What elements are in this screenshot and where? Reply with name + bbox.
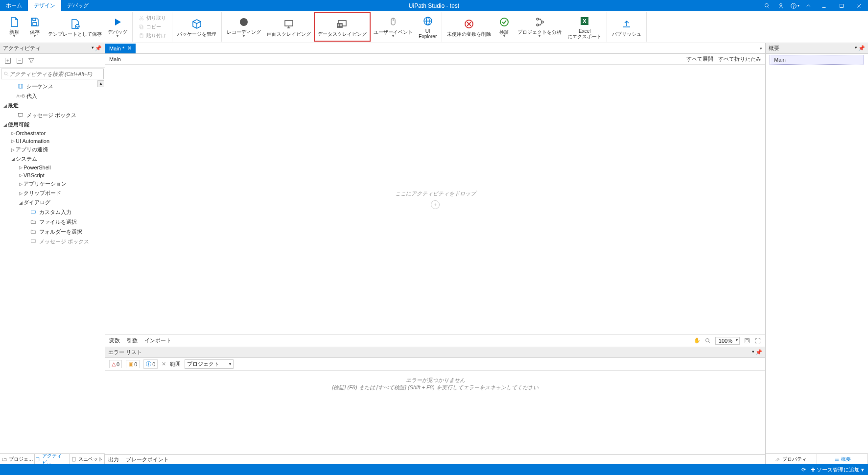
tree-item-selectfile[interactable]: ファイルを選択 bbox=[0, 217, 105, 227]
tree-group-application[interactable]: ▷アプリケーション bbox=[0, 179, 105, 189]
help-icon[interactable]: ▾ bbox=[788, 0, 801, 11]
export-excel-button[interactable]: XExcel にエクスポート bbox=[564, 12, 605, 42]
tab-project[interactable]: プロジェ… bbox=[0, 454, 35, 464]
no-errors-text: エラーが見つかりません bbox=[406, 377, 465, 384]
breakpoints-tab[interactable]: ブレークポイント bbox=[126, 456, 169, 463]
add-source-control[interactable]: ✚ ソース管理に追加 ▾ bbox=[811, 466, 864, 474]
close-tab-icon[interactable]: ✕ bbox=[127, 45, 132, 51]
info-count[interactable]: ⓘ0 bbox=[143, 359, 158, 369]
tree-item-assign[interactable]: A=B代入 bbox=[0, 91, 105, 101]
input-icon bbox=[29, 208, 37, 216]
pin-icon[interactable]: 📌 bbox=[95, 45, 102, 51]
pin-icon[interactable]: 📌 bbox=[858, 45, 865, 51]
analyze-button[interactable]: プロジェクトを分析▾ bbox=[515, 12, 564, 42]
tab-outline[interactable]: 概要 bbox=[817, 454, 868, 464]
collapse-all-button[interactable]: すべて折りたたみ bbox=[718, 55, 761, 63]
paste-button[interactable]: 貼り付け bbox=[137, 32, 168, 40]
save-icon bbox=[28, 16, 41, 28]
tab-design[interactable]: デザイン bbox=[28, 0, 61, 11]
validate-button[interactable]: 検証▾ bbox=[494, 12, 515, 42]
tree-item-custominput[interactable]: カスタム入力 bbox=[0, 207, 105, 217]
dropdown-icon[interactable]: ▾ bbox=[855, 45, 857, 51]
tab-properties[interactable]: プロパティ bbox=[766, 454, 817, 464]
fullscreen-icon[interactable] bbox=[754, 337, 761, 344]
sync-icon[interactable]: ⟳ bbox=[801, 467, 806, 473]
maximize-button[interactable] bbox=[833, 0, 850, 11]
tree-group-dialog[interactable]: ◢ダイアログ bbox=[0, 198, 105, 207]
feedback-icon[interactable] bbox=[774, 0, 788, 11]
expand-all-button[interactable]: すべて展開 bbox=[686, 55, 713, 63]
tree-group-uiautomation[interactable]: ▷UI Automation bbox=[0, 137, 105, 145]
pan-icon[interactable]: ✋ bbox=[694, 337, 701, 344]
new-button[interactable]: 新規▾ bbox=[4, 12, 24, 42]
search-input[interactable] bbox=[9, 71, 101, 77]
save-button[interactable]: 保存▾ bbox=[24, 12, 45, 42]
clear-icon[interactable]: ✕ bbox=[162, 361, 166, 367]
breadcrumb-main[interactable]: Main bbox=[109, 56, 121, 62]
recording-button[interactable]: レコーディング▾ bbox=[224, 12, 264, 42]
close-button[interactable] bbox=[850, 0, 868, 11]
menu-tabs: ホーム デザイン デバッグ bbox=[0, 0, 94, 11]
svg-rect-52 bbox=[36, 457, 40, 461]
dropdown-icon[interactable]: ▾ bbox=[752, 349, 754, 356]
add-activity-icon[interactable]: + bbox=[431, 200, 440, 209]
tabs-dropdown-icon[interactable]: ▾ bbox=[757, 46, 765, 51]
tree-group-powershell[interactable]: ▷PowerShell bbox=[0, 164, 105, 171]
outline-root[interactable]: Main bbox=[770, 55, 864, 65]
user-events-button[interactable]: ユーザーイベント▾ bbox=[371, 12, 416, 42]
tree-group-available[interactable]: ◢使用可能 bbox=[0, 120, 105, 129]
data-scraping-icon bbox=[336, 18, 349, 30]
tab-home[interactable]: ホーム bbox=[0, 0, 28, 11]
list-icon bbox=[834, 456, 840, 462]
error-hint-text: [検証] (F8) または [すべて検証] (Shift + F8) を実行して… bbox=[332, 384, 538, 391]
screen-scraping-button[interactable]: 画面スクレイピング bbox=[264, 12, 314, 42]
svg-rect-9 bbox=[33, 18, 36, 21]
save-template-button[interactable]: テンプレートとして保存 bbox=[45, 12, 105, 42]
minimize-button[interactable] bbox=[815, 0, 833, 11]
copy-button[interactable]: コピー bbox=[137, 23, 168, 31]
tab-snippet[interactable]: スニペット bbox=[70, 454, 105, 464]
tree-group-vbscript[interactable]: ▷VBScript bbox=[0, 171, 105, 179]
designer-canvas[interactable]: ここにアクティビティをドロップ + bbox=[105, 65, 765, 334]
imports-tab[interactable]: インポート bbox=[144, 337, 171, 344]
arguments-tab[interactable]: 引数 bbox=[127, 337, 138, 344]
error-count[interactable]: △0 bbox=[109, 360, 122, 368]
collapse-ribbon-icon[interactable] bbox=[801, 0, 815, 11]
svg-point-35 bbox=[537, 24, 539, 26]
dropdown-icon[interactable]: ▾ bbox=[92, 45, 94, 51]
output-tab[interactable]: 出力 bbox=[108, 456, 119, 463]
cut-button[interactable]: 切り取り bbox=[137, 14, 168, 22]
tab-activity[interactable]: アクティビ… bbox=[35, 454, 70, 464]
zoom-select[interactable]: 100% ▾ bbox=[715, 337, 740, 345]
tree-item-selectfolder[interactable]: フォルダーを選択 bbox=[0, 227, 105, 237]
variables-tab[interactable]: 変数 bbox=[109, 337, 120, 344]
data-scraping-button[interactable]: データスクレイピング bbox=[314, 12, 371, 42]
tree-item-msgbox2[interactable]: メッセージ ボックス bbox=[0, 237, 105, 246]
warning-count[interactable]: ▣0 bbox=[126, 360, 140, 368]
activity-search[interactable] bbox=[1, 69, 104, 79]
ui-explorer-button[interactable]: UI Explorer bbox=[416, 12, 440, 42]
drop-hint: ここにアクティビティをドロップ bbox=[395, 190, 476, 197]
tree-group-appintegration[interactable]: ▷アプリの連携 bbox=[0, 145, 105, 154]
collapse-icon[interactable] bbox=[16, 57, 23, 65]
manage-packages-button[interactable]: パッケージを管理 bbox=[174, 12, 219, 42]
tab-debug[interactable]: デバッグ bbox=[61, 0, 94, 11]
tree-item-msgbox[interactable]: メッセージ ボックス bbox=[0, 110, 105, 120]
publish-button[interactable]: パブリッシュ bbox=[609, 12, 644, 42]
tree-group-system[interactable]: ◢システム bbox=[0, 154, 105, 164]
filter-icon[interactable] bbox=[27, 57, 35, 65]
pin-icon[interactable]: 📌 bbox=[755, 349, 762, 356]
zoom-icon[interactable] bbox=[704, 337, 711, 344]
expand-icon[interactable] bbox=[4, 57, 12, 65]
fit-icon[interactable] bbox=[744, 337, 751, 344]
tree-group-recent[interactable]: ◢最近 bbox=[0, 101, 105, 110]
debug-button[interactable]: デバッグ▾ bbox=[105, 12, 130, 42]
tree-group-clipboard[interactable]: ▷クリップボード bbox=[0, 189, 105, 198]
search-icon[interactable] bbox=[760, 0, 774, 11]
doc-tab-main[interactable]: Main *✕ bbox=[105, 44, 136, 53]
tree-item-sequence[interactable]: シーケンス bbox=[0, 81, 105, 91]
scope-select[interactable]: プロジェクト▾ bbox=[185, 359, 234, 369]
scroll-up-icon[interactable]: ▲ bbox=[97, 80, 104, 87]
remove-unused-button[interactable]: 未使用の変数を削除 bbox=[444, 12, 494, 42]
tree-group-orchestrator[interactable]: ▷Orchestrator bbox=[0, 129, 105, 137]
